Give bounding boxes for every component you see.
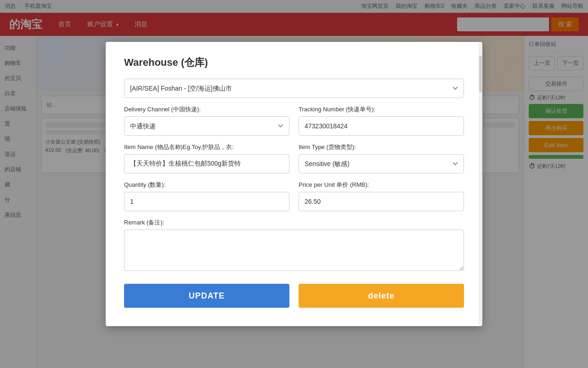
form-row-delivery: Delivery Channel (中国快递): 中通快递圆通快递申通快递顺丰快… [124, 105, 464, 136]
remark-section: Remark (备注): [124, 218, 464, 273]
update-button[interactable]: UPDATE [124, 284, 289, 308]
price-label: Price per Unit 单价 (RMB): [299, 181, 464, 189]
price-input[interactable] [299, 192, 464, 211]
tracking-number-input[interactable] [299, 116, 464, 136]
item-name-col: Item Name (物品名称)Eg.Toy,护肤品，衣: [124, 143, 289, 173]
item-type-label: Item Type (货物类型): [299, 143, 464, 151]
delivery-channel-col: Delivery Channel (中国快递): 中通快递圆通快递申通快递顺丰快… [124, 105, 289, 136]
delete-button[interactable]: delete [299, 284, 464, 308]
remark-label: Remark (备注): [124, 218, 464, 227]
tracking-number-col: Tracking Number (快递单号): [299, 105, 464, 136]
warehouse-select[interactable]: [AIR/SEA] Foshan - [空/海运]佛山市[AIR] Beijin… [124, 79, 464, 98]
item-name-input[interactable] [124, 154, 289, 173]
remark-textarea[interactable] [124, 230, 464, 271]
quantity-label: Quantity (数量): [124, 181, 289, 189]
modal-footer: UPDATE delete [124, 284, 464, 308]
delivery-channel-label: Delivery Channel (中国快递): [124, 105, 289, 114]
item-type-select[interactable]: Sensitive (敏感)Normal (普通)Battery (电池) [299, 154, 464, 173]
quantity-col: Quantity (数量): [124, 181, 289, 211]
price-col: Price per Unit 单价 (RMB): [299, 181, 464, 211]
form-row-item: Item Name (物品名称)Eg.Toy,护肤品，衣: Item Type … [124, 143, 464, 173]
tracking-number-label: Tracking Number (快递单号): [299, 105, 464, 114]
item-name-label: Item Name (物品名称)Eg.Toy,护肤品，衣: [124, 143, 289, 151]
delivery-channel-select[interactable]: 中通快递圆通快递申通快递顺丰快递 [124, 116, 289, 136]
form-row-quantity-price: Quantity (数量): Price per Unit 单价 (RMB): [124, 181, 464, 211]
item-type-col: Item Type (货物类型): Sensitive (敏感)Normal (… [299, 143, 464, 173]
modal-title: Warehouse (仓库) [124, 56, 464, 69]
warehouse-modal: Warehouse (仓库) [AIR/SEA] Foshan - [空/海运]… [106, 42, 482, 326]
quantity-input[interactable] [124, 192, 289, 211]
